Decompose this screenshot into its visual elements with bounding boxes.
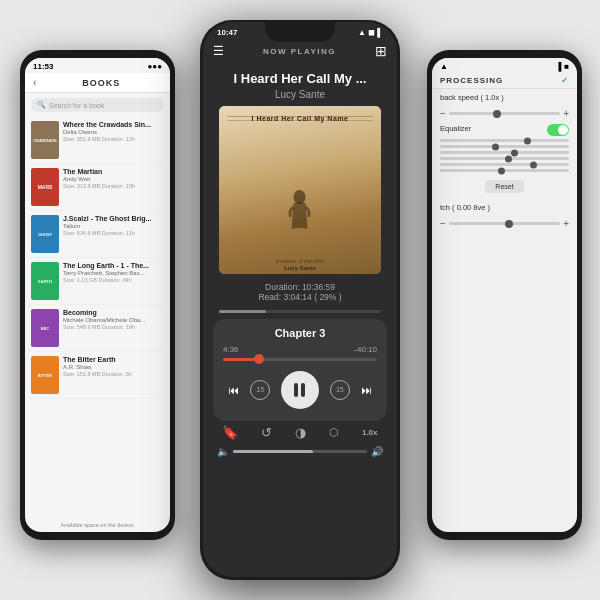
toggle-knob [558,125,568,135]
book-title: Where the Crawdads Sin... [63,121,164,129]
eq-band-6 [440,169,569,172]
eq-band-3 [440,151,569,154]
eq-band-2 [440,145,569,148]
overall-progress-bar[interactable] [219,310,381,313]
eq-slider-3[interactable] [440,151,569,154]
volume-slider[interactable] [233,450,367,453]
center-nav: ☰ NOW PLAYING ⊞ [203,39,397,63]
list-item[interactable]: BEC Becoming Michele Obama/Michele Oba..… [29,305,166,352]
pitch-slider[interactable] [449,222,560,225]
pitch-row: tch ( 0.00 8ve ) [432,199,577,216]
speed-minus-button[interactable]: − [440,108,446,119]
svg-point-0 [294,190,306,204]
speed-slider-thumb [493,110,501,118]
list-item[interactable]: CRAWDADS Where the Crawdads Sin... Delia… [29,117,166,164]
menu-icon[interactable]: ☰ [213,44,224,58]
left-search-bar[interactable]: 🔍 Search for a book [31,98,164,112]
book-list: CRAWDADS Where the Crawdads Sin... Delia… [25,117,170,399]
book-meta: Size: 151.6 MB Duration: 5h [63,371,164,377]
pause-bar-right [301,383,305,397]
pause-bar-left [294,383,298,397]
book-info: The Bitter Earth A.R. Shaw Size: 151.6 M… [63,356,164,377]
processing-title: PROCESSING [440,76,503,85]
reset-button[interactable]: Reset [485,180,523,193]
scene: 11:53 ●●● ‹ BOOKS 🔍 Search for a book CR… [10,10,590,590]
eq-thumb-6 [498,167,505,174]
chapter-progress-bar[interactable] [223,358,377,361]
eq-band-1 [440,139,569,142]
pitch-slider-thumb [505,220,513,228]
back15-button[interactable]: 15 [250,380,270,400]
pitch-slider-row: − + [432,216,577,231]
pause-icon [294,383,305,397]
airplay-button[interactable]: ⬡ [329,426,339,439]
now-playing-label: NOW PLAYING [263,47,336,56]
eq-thumb-4 [505,155,512,162]
book-title: The Martian [63,168,164,176]
check-icon[interactable]: ✓ [561,76,569,85]
left-time: 11:53 [33,62,53,71]
right-battery-icon: ▌■ [559,62,570,71]
left-header-title: BOOKS [40,78,162,88]
book-author: Terry Pratchett, Stephen Bax... [63,270,164,276]
book-cover: BITTER [31,356,59,394]
eq-band-5 [440,163,569,166]
play-pause-button[interactable] [281,371,319,409]
forward15-button[interactable]: 15 [330,380,350,400]
fast-forward-button[interactable]: ⏭ [361,384,372,396]
brightness-button[interactable]: ◑ [295,425,306,440]
playback-speed-row: back speed ( 1.0x ) [432,89,577,106]
left-status-bar: 11:53 ●●● [25,58,170,73]
list-item[interactable]: EARTH The Long Earth - 1 - The... Terry … [29,258,166,305]
read-text: Read: 3:04:14 ( 29% ) [203,292,397,302]
book-cover: MARS [31,168,59,206]
book-author: Michele Obama/Michele Oba... [63,317,164,323]
book-author: Andy Weir [63,176,164,182]
book-title: Becoming [63,309,164,317]
book-info: The Long Earth - 1 - The... Terry Pratch… [63,262,164,283]
chapter-progress-fill [223,358,254,361]
eq-slider-5[interactable] [440,163,569,166]
book-meta: Size: 634.6 MB Duration: 11h [63,230,164,236]
right-phone: ▲ ▌■ PROCESSING ✓ back speed ( 1.0x ) − … [427,50,582,540]
book-info: J.Scalzi - The Ghost Brig... Talium Size… [63,215,164,236]
back-button[interactable]: ‹ [33,77,36,88]
pitch-minus-button[interactable]: − [440,218,446,229]
book-cover: CRAWDADS [31,121,59,159]
book-title-text: I Heard Her Call My ... [213,71,387,87]
left-phone: 11:53 ●●● ‹ BOOKS 🔍 Search for a book CR… [20,50,175,540]
list-item[interactable]: GHOST J.Scalzi - The Ghost Brig... Taliu… [29,211,166,258]
eq-slider-6[interactable] [440,169,569,172]
speed-button[interactable]: 1.0x [362,428,378,437]
bookmark-button[interactable]: 🔖 [222,425,238,440]
chapter-timeline: 4:36 -40:10 [223,345,377,354]
list-item[interactable]: MARS The Martian Andy Weir Size: 313.8 M… [29,164,166,211]
book-author: Delia Owens [63,129,164,135]
album-art: I Heard Her Call My Name a memoir of tra… [219,106,381,274]
repeat-button[interactable]: ↺ [261,425,272,440]
eq-slider-1[interactable] [440,139,569,142]
eq-slider-2[interactable] [440,145,569,148]
chapter-title: Chapter 3 [223,327,377,339]
eq-slider-4[interactable] [440,157,569,160]
list-item[interactable]: BITTER The Bitter Earth A.R. Shaw Size: … [29,352,166,399]
volume-high-icon: 🔊 [371,446,383,457]
eq-toggle[interactable] [547,124,569,136]
book-meta: Size: 313.8 MB Duration: 10h [63,183,164,189]
chapter-remaining: -40:10 [354,345,377,354]
right-status-bar: ▲ ▌■ [432,58,577,73]
volume-fill [233,450,313,453]
book-info: Where the Crawdads Sin... Delia Owens Si… [63,121,164,142]
rewind-button[interactable]: ⏮ [228,384,239,396]
speed-plus-button[interactable]: + [563,108,569,119]
book-meta: Size: 1.13 GB Duration: 49h [63,277,164,283]
book-icon[interactable]: ⊞ [375,43,387,59]
book-info: Becoming Michele Obama/Michele Oba... Si… [63,309,164,330]
bottom-controls-row: 🔖 ↺ ◑ ⬡ 1.0x [203,421,397,442]
speed-slider[interactable] [449,112,560,115]
read-label: Read: [258,292,281,302]
left-signal: ●●● [148,62,163,71]
pitch-plus-button[interactable]: + [563,218,569,229]
album-art-author: Lucy Sante [219,265,381,271]
eq-thumb-2 [492,143,499,150]
